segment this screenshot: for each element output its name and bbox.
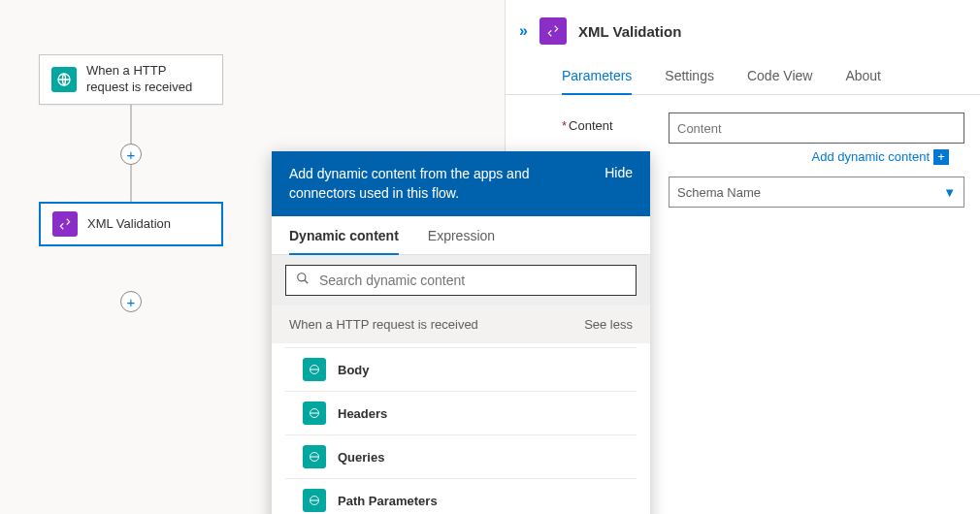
tab-dynamic-content[interactable]: Dynamic content <box>289 228 399 255</box>
trigger-node[interactable]: When a HTTP request is received <box>39 54 223 105</box>
http-trigger-icon <box>51 67 77 92</box>
dynamic-item-body[interactable]: Body <box>285 347 637 392</box>
popover-tabs: Dynamic content Expression <box>272 216 650 255</box>
panel-title-icon <box>539 17 567 45</box>
chevron-down-icon: ▼ <box>943 185 956 200</box>
http-icon <box>303 402 326 425</box>
panel-tabs: Parameters Settings Code View About <box>506 52 980 95</box>
svg-point-1 <box>298 273 306 281</box>
dynamic-item-path-parameters[interactable]: Path Parameters <box>285 479 637 514</box>
search-wrap <box>272 255 650 305</box>
dynamic-item-headers[interactable]: Headers <box>285 392 637 435</box>
hide-button[interactable]: Hide <box>604 165 633 180</box>
add-step-button-2[interactable]: + <box>120 291 142 312</box>
content-input[interactable] <box>669 112 964 144</box>
svg-line-2 <box>305 280 309 284</box>
content-label: *Content <box>562 112 669 133</box>
tab-parameters[interactable]: Parameters <box>562 60 632 95</box>
search-box[interactable] <box>285 265 637 296</box>
collapse-icon[interactable]: » <box>519 22 528 40</box>
tab-settings[interactable]: Settings <box>665 60 714 94</box>
schema-name-select[interactable]: Schema Name ▼ <box>669 177 964 208</box>
tab-about[interactable]: About <box>845 60 881 94</box>
dynamic-items: Body Headers Queries Path Parameters <box>272 343 650 514</box>
dynamic-content-popover: Add dynamic content from the apps and co… <box>272 151 650 514</box>
plus-icon: + <box>933 149 949 165</box>
action-node[interactable]: XML Validation <box>39 202 223 246</box>
xml-action-icon <box>52 211 78 237</box>
action-label: XML Validation <box>87 216 171 233</box>
section-title: When a HTTP request is received <box>289 317 478 332</box>
panel-header: » XML Validation <box>506 0 980 52</box>
popover-header-text: Add dynamic content from the apps and co… <box>289 165 561 203</box>
tab-expression[interactable]: Expression <box>428 228 495 254</box>
http-icon <box>303 445 326 468</box>
popover-header: Add dynamic content from the apps and co… <box>272 151 650 216</box>
section-header: When a HTTP request is received See less <box>272 305 650 343</box>
see-less-link[interactable]: See less <box>584 317 633 332</box>
http-icon <box>303 489 326 512</box>
panel-title: XML Validation <box>578 23 681 40</box>
tab-codeview[interactable]: Code View <box>747 60 812 94</box>
add-step-button[interactable]: + <box>120 144 142 165</box>
dynamic-item-queries[interactable]: Queries <box>285 435 637 479</box>
http-icon <box>303 358 326 381</box>
trigger-label: When a HTTP request is received <box>86 63 211 96</box>
search-input[interactable] <box>319 273 626 288</box>
search-icon <box>296 272 310 289</box>
